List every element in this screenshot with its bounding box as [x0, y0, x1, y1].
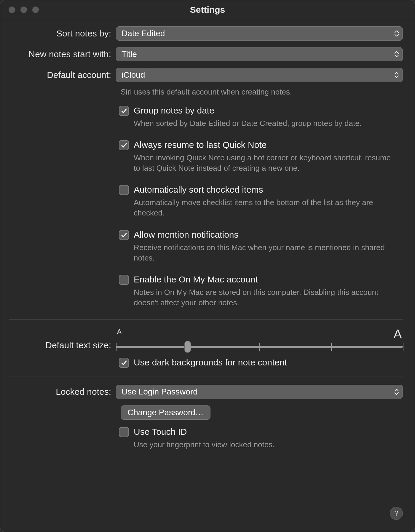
resume-quick-note-label: Always resume to last Quick Note [134, 140, 267, 150]
locked-notes-select[interactable]: Use Login Password [116, 385, 403, 399]
chevron-up-down-icon [394, 51, 399, 57]
locked-notes-label: Locked notes: [9, 387, 116, 397]
chevron-up-down-icon [394, 31, 399, 36]
default-account-value: iCloud [122, 70, 145, 80]
close-window-button[interactable] [9, 7, 15, 13]
touch-id-desc: Use your fingerprint to view locked note… [134, 440, 394, 450]
group-by-date-desc: When sorted by Date Edited or Date Creat… [134, 118, 394, 129]
group-by-date-label: Group notes by date [134, 106, 214, 116]
chevron-up-down-icon [394, 389, 399, 395]
group-by-date-checkbox[interactable] [119, 106, 129, 116]
settings-content: Sort notes by: Date Edited New notes sta… [0, 19, 415, 532]
on-my-mac-desc: Notes in On My Mac are stored on this co… [134, 287, 394, 308]
settings-window: Settings Sort notes by: Date Edited New … [0, 0, 415, 532]
default-account-select[interactable]: iCloud [116, 68, 403, 82]
touch-id-checkbox[interactable] [119, 427, 129, 437]
resume-quick-note-desc: When invoking Quick Note using a hot cor… [134, 153, 394, 173]
dark-backgrounds-checkbox[interactable] [119, 358, 129, 368]
on-my-mac-checkbox[interactable] [119, 275, 129, 285]
mention-notifications-desc: Receive notifications on this Mac when y… [134, 242, 394, 263]
text-size-small-icon: A [117, 328, 122, 340]
touch-id-label: Use Touch ID [134, 427, 187, 437]
resume-quick-note-checkbox[interactable] [119, 140, 129, 150]
mention-notifications-checkbox[interactable] [119, 230, 129, 240]
sort-by-select[interactable]: Date Edited [116, 26, 403, 41]
sort-by-label: Sort notes by: [9, 28, 116, 39]
titlebar: Settings [0, 0, 415, 19]
default-account-caption: Siri uses this default account when crea… [121, 87, 403, 97]
mention-notifications-label: Allow mention notifications [134, 230, 239, 240]
on-my-mac-label: Enable the On My Mac account [134, 274, 258, 285]
dark-backgrounds-label: Use dark backgrounds for note content [134, 357, 287, 368]
minimize-window-button[interactable] [20, 7, 27, 13]
change-password-button[interactable]: Change Password… [121, 405, 210, 420]
locked-notes-value: Use Login Password [122, 387, 198, 397]
default-text-size-label: Default text size: [9, 340, 116, 352]
auto-sort-checked-desc: Automatically move checklist items to th… [134, 197, 394, 218]
divider [9, 376, 403, 376]
zoom-window-button[interactable] [32, 7, 39, 13]
default-account-label: Default account: [9, 70, 116, 80]
chevron-up-down-icon [394, 72, 399, 78]
new-notes-start-value: Title [122, 49, 137, 59]
window-title: Settings [0, 5, 415, 15]
auto-sort-checked-label: Automatically sort checked items [134, 185, 263, 195]
text-size-slider[interactable] [116, 341, 403, 352]
sort-by-value: Date Edited [122, 29, 165, 38]
divider [9, 319, 403, 319]
new-notes-start-select[interactable]: Title [116, 47, 403, 61]
auto-sort-checked-checkbox[interactable] [119, 185, 129, 195]
traffic-lights [0, 7, 39, 13]
new-notes-start-label: New notes start with: [9, 49, 116, 59]
text-size-big-icon: A [394, 328, 402, 340]
slider-thumb[interactable] [184, 341, 191, 353]
help-button[interactable]: ? [390, 507, 403, 520]
